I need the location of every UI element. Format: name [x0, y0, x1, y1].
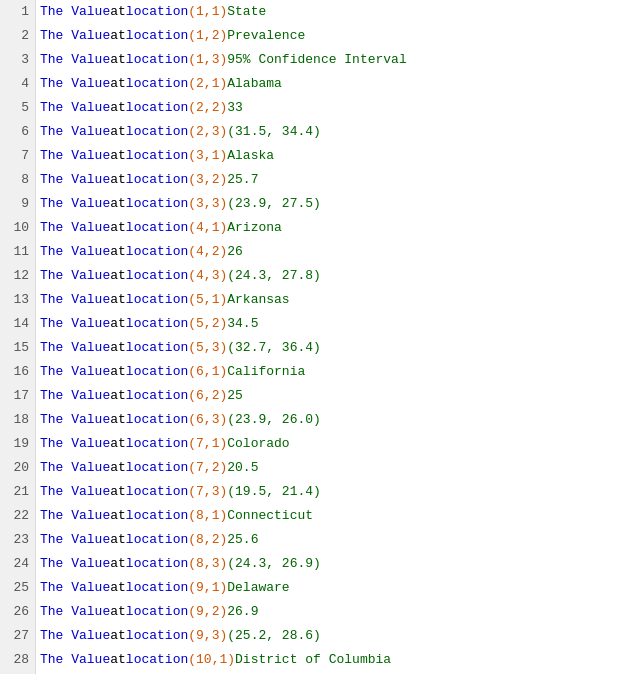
code-line: The Value at location (7,3)(19.5, 21.4)	[36, 480, 636, 504]
token-kw: The Value	[40, 601, 110, 623]
code-line: The Value at location (2,3)(31.5, 34.4)	[36, 120, 636, 144]
token-kw: The Value	[40, 577, 110, 599]
line-number: 3	[0, 48, 35, 72]
token-kw: The Value	[40, 625, 110, 647]
token-plain: at	[110, 25, 126, 47]
line-number: 17	[0, 384, 35, 408]
token-kw: The Value	[40, 337, 110, 359]
token-plain: at	[110, 433, 126, 455]
token-kw: The Value	[40, 505, 110, 527]
line-number: 5	[0, 96, 35, 120]
line-number: 16	[0, 360, 35, 384]
token-value: California	[227, 361, 305, 383]
line-number: 11	[0, 240, 35, 264]
code-line: The Value at location (2,1)Alabama	[36, 72, 636, 96]
token-coords: (9,3)	[188, 625, 227, 647]
token-loc: location	[126, 121, 188, 143]
token-loc: location	[126, 73, 188, 95]
token-kw: The Value	[40, 289, 110, 311]
token-plain: at	[110, 145, 126, 167]
token-coords: (3,3)	[188, 193, 227, 215]
token-kw: The Value	[40, 25, 110, 47]
token-kw: The Value	[40, 49, 110, 71]
token-loc: location	[126, 241, 188, 263]
token-kw: The Value	[40, 145, 110, 167]
token-plain: at	[110, 97, 126, 119]
token-kw: The Value	[40, 649, 110, 671]
code-line: The Value at location (10,1)District of …	[36, 648, 636, 672]
token-value: 34.5	[227, 313, 258, 335]
code-line: The Value at location (1,2)Prevalence	[36, 24, 636, 48]
token-kw: The Value	[40, 241, 110, 263]
token-value: Connecticut	[227, 505, 313, 527]
line-number: 13	[0, 288, 35, 312]
line-number: 26	[0, 600, 35, 624]
token-kw: The Value	[40, 121, 110, 143]
token-coords: (8,2)	[188, 529, 227, 551]
code-line: The Value at location (4,2)26	[36, 240, 636, 264]
line-number: 6	[0, 120, 35, 144]
token-plain: at	[110, 409, 126, 431]
token-coords: (3,1)	[188, 145, 227, 167]
token-loc: location	[126, 433, 188, 455]
token-value: State	[227, 1, 266, 23]
code-line: The Value at location (1,1)State	[36, 0, 636, 24]
line-number: 4	[0, 72, 35, 96]
token-coords: (8,1)	[188, 505, 227, 527]
token-coords: (6,3)	[188, 409, 227, 431]
token-value: Arkansas	[227, 289, 289, 311]
editor-container: 1234567891011121314151617181920212223242…	[0, 0, 636, 674]
token-plain: at	[110, 601, 126, 623]
code-line: The Value at location (9,1)Delaware	[36, 576, 636, 600]
token-coords: (5,3)	[188, 337, 227, 359]
token-loc: location	[126, 553, 188, 575]
token-plain: at	[110, 361, 126, 383]
token-coords: (7,3)	[188, 481, 227, 503]
line-number: 7	[0, 144, 35, 168]
token-loc: location	[126, 625, 188, 647]
token-plain: at	[110, 529, 126, 551]
line-numbers-column: 1234567891011121314151617181920212223242…	[0, 0, 36, 674]
token-plain: at	[110, 337, 126, 359]
token-kw: The Value	[40, 433, 110, 455]
line-number: 23	[0, 528, 35, 552]
token-plain: at	[110, 649, 126, 671]
token-loc: location	[126, 145, 188, 167]
token-kw: The Value	[40, 97, 110, 119]
token-loc: location	[126, 265, 188, 287]
token-coords: (2,3)	[188, 121, 227, 143]
token-value: District of Columbia	[235, 649, 391, 671]
code-line: The Value at location (4,1)Arizona	[36, 216, 636, 240]
token-value: Alabama	[227, 73, 282, 95]
token-loc: location	[126, 337, 188, 359]
token-coords: (3,2)	[188, 169, 227, 191]
token-coords: (1,3)	[188, 49, 227, 71]
token-coords: (2,1)	[188, 73, 227, 95]
code-line: The Value at location (1,3)95% Confidenc…	[36, 48, 636, 72]
line-number: 19	[0, 432, 35, 456]
token-plain: at	[110, 1, 126, 23]
token-plain: at	[110, 553, 126, 575]
token-value: 25.6	[227, 529, 258, 551]
token-plain: at	[110, 625, 126, 647]
code-line: The Value at location (6,3)(23.9, 26.0)	[36, 408, 636, 432]
token-value: 25	[227, 385, 243, 407]
token-kw: The Value	[40, 385, 110, 407]
token-kw: The Value	[40, 73, 110, 95]
token-coords: (6,1)	[188, 361, 227, 383]
code-line: The Value at location (8,1)Connecticut	[36, 504, 636, 528]
token-coords: (1,2)	[188, 25, 227, 47]
token-loc: location	[126, 409, 188, 431]
token-loc: location	[126, 49, 188, 71]
token-loc: location	[126, 457, 188, 479]
token-coords: (9,1)	[188, 577, 227, 599]
token-plain: at	[110, 385, 126, 407]
line-number: 12	[0, 264, 35, 288]
token-coords: (7,1)	[188, 433, 227, 455]
token-coords: (4,1)	[188, 217, 227, 239]
token-kw: The Value	[40, 217, 110, 239]
token-loc: location	[126, 193, 188, 215]
code-line: The Value at location (7,2)20.5	[36, 456, 636, 480]
token-value: Arizona	[227, 217, 282, 239]
code-line: The Value at location (9,2)26.9	[36, 600, 636, 624]
